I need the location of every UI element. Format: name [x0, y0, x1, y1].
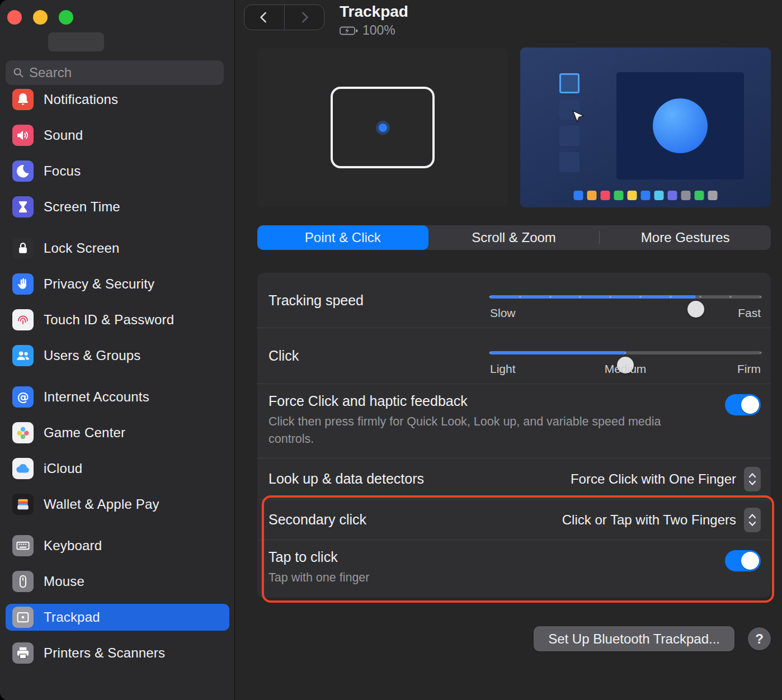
slider-thumb[interactable]	[687, 301, 704, 318]
slider-tick	[489, 296, 491, 298]
history-nav	[244, 4, 324, 30]
user-name-redacted	[48, 32, 104, 51]
slider-min-label: Light	[490, 362, 516, 376]
tracking-speed-slider[interactable]: Slow Fast	[490, 283, 761, 318]
at-icon: @	[12, 386, 34, 408]
sidebar-item-users-groups[interactable]: Users & Groups	[6, 342, 229, 369]
system-settings-window: NotificationsSoundFocusScreen TimeLock S…	[0, 0, 782, 700]
cloud-icon	[12, 458, 34, 479]
sidebar-item-label: Focus	[44, 163, 81, 179]
look-up-popup[interactable]: Force Click with One Finger	[571, 467, 761, 491]
slider-tick	[760, 352, 762, 354]
trackpad-icon	[12, 607, 34, 628]
zoom-window-button[interactable]	[59, 10, 73, 25]
sidebar-item-screen-time[interactable]: Screen Time	[6, 193, 229, 220]
tracking-speed-label: Tracking speed	[268, 292, 364, 309]
sidebar-item-touch-id-password[interactable]: Touch ID & Password	[6, 306, 229, 333]
slider-tick	[579, 296, 581, 298]
sidebar-item-label: Touch ID & Password	[44, 312, 174, 328]
sidebar-item-lock-screen[interactable]: Lock Screen	[6, 235, 229, 262]
dock-app-dot	[587, 191, 597, 200]
sidebar-item-label: Wallet & Apple Pay	[44, 496, 159, 512]
window-controls	[7, 10, 73, 25]
minimize-window-button[interactable]	[33, 10, 48, 25]
sidebar-item-notifications[interactable]: Notifications	[6, 86, 229, 113]
setup-bluetooth-trackpad-button[interactable]: Set Up Bluetooth Trackpad...	[534, 626, 734, 651]
click-label: Click	[268, 348, 299, 364]
force-click-toggle[interactable]	[725, 394, 761, 415]
search-field[interactable]	[6, 60, 224, 85]
sidebar-groups: NotificationsSoundFocusScreen TimeLock S…	[6, 86, 229, 681]
force-click-row: Force Click and haptic feedback Click th…	[257, 384, 771, 458]
help-button[interactable]: ?	[748, 627, 771, 650]
secondary-click-label: Secondary click	[268, 512, 366, 528]
touch-point-dot	[379, 124, 387, 132]
slider-tick	[639, 296, 642, 298]
sidebar-item-label: Keyboard	[44, 538, 102, 554]
slider-tick	[699, 296, 701, 298]
battery-icon	[340, 26, 359, 36]
click-firmness-slider[interactable]: Light Medium Firm	[490, 339, 761, 373]
secondary-click-value: Click or Tap with Two Fingers	[562, 512, 736, 528]
sidebar-item-privacy-security[interactable]: Privacy & Security	[6, 271, 229, 297]
sidebar-item-printers-scanners[interactable]: Printers & Scanners	[6, 640, 229, 666]
screen-content-panel	[616, 72, 744, 179]
slider-track[interactable]	[490, 295, 761, 299]
back-button[interactable]	[244, 5, 285, 30]
slider-tick	[549, 296, 552, 298]
forward-button[interactable]	[285, 5, 324, 30]
page-title: Trackpad	[340, 3, 408, 21]
sidebar-item-mouse[interactable]: Mouse	[6, 568, 229, 595]
sidebar-item-label: Printers & Scanners	[44, 645, 165, 661]
sidebar-item-wallet-apple-pay[interactable]: Wallet & Apple Pay	[6, 491, 229, 518]
tab-bar: Point & ClickScroll & ZoomMore Gestures	[257, 225, 771, 250]
sidebar: NotificationsSoundFocusScreen TimeLock S…	[0, 0, 235, 700]
search-input[interactable]	[29, 65, 217, 81]
chevron-up-down-icon	[744, 508, 761, 532]
slider-max-label: Fast	[738, 306, 761, 320]
sidebar-item-label: Users & Groups	[44, 348, 141, 363]
footer-actions: Set Up Bluetooth Trackpad... ?	[257, 626, 771, 651]
sidebar-item-sound[interactable]: Sound	[6, 122, 229, 149]
moon-icon	[12, 160, 34, 182]
chevron-right-icon	[297, 10, 312, 25]
dock-app-dot	[628, 191, 637, 200]
trackpad-outline	[331, 87, 435, 168]
sidebar-item-internet-accounts[interactable]: @Internet Accounts	[6, 384, 229, 410]
slider-tick	[670, 296, 672, 298]
page-header: Trackpad 100%	[340, 3, 408, 38]
sidebar-item-focus[interactable]: Focus	[6, 158, 229, 185]
sidebar-item-keyboard[interactable]: Keyboard	[6, 532, 229, 559]
search-icon	[12, 67, 25, 79]
tab-more-gestures[interactable]: More Gestures	[600, 225, 771, 250]
tracking-speed-row: Tracking speed Slow Fast	[257, 273, 771, 328]
tab-scroll-zoom[interactable]: Scroll & Zoom	[428, 225, 600, 250]
speaker-icon	[12, 125, 34, 146]
sidebar-item-trackpad[interactable]: Trackpad	[6, 604, 229, 631]
slider-tick	[729, 296, 732, 298]
tap-to-click-row: Tap to click Tap with one finger	[257, 540, 771, 598]
slider-mid-label: Medium	[605, 362, 647, 376]
slider-track[interactable]	[490, 351, 761, 354]
tab-point-click[interactable]: Point & Click	[257, 225, 428, 250]
sidebar-item-label: Privacy & Security	[44, 276, 154, 292]
sidebar-item-game-center[interactable]: Game Center	[6, 419, 229, 446]
dock-app-dot	[654, 191, 664, 200]
slider-max-label: Firm	[737, 362, 761, 376]
tap-to-click-toggle[interactable]	[725, 550, 761, 571]
secondary-click-popup[interactable]: Click or Tap with Two Fingers	[562, 508, 761, 532]
hourglass-icon	[12, 196, 34, 217]
sidebar-item-icloud[interactable]: iCloud	[6, 455, 229, 482]
svg-text:@: @	[17, 390, 29, 404]
close-window-button[interactable]	[7, 10, 22, 25]
dock-app-dot	[601, 191, 610, 200]
settings-card: Tracking speed Slow Fast Click Light Med…	[257, 273, 771, 598]
force-click-description: Click then press firmly for Quick Look, …	[268, 413, 666, 448]
dock-app-dot	[695, 191, 704, 200]
dock-app-dot	[641, 191, 651, 200]
toggle-knob	[741, 552, 759, 570]
toggle-knob	[741, 396, 759, 414]
sidebar-item-label: Screen Time	[44, 199, 120, 215]
tap-to-click-description: Tap with one finger	[268, 569, 369, 587]
chevron-up-down-icon	[744, 467, 761, 491]
